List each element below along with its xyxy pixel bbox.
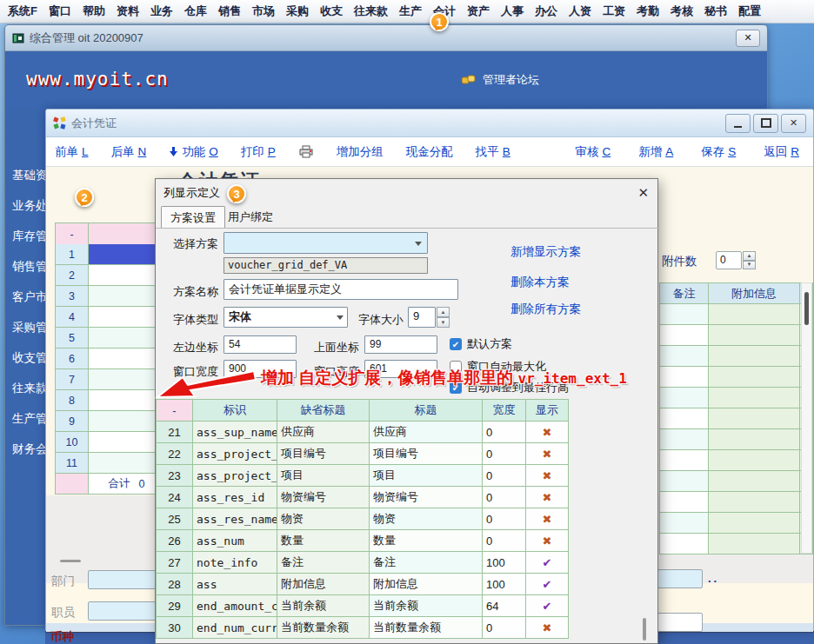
title-cell[interactable]: 项目编号 [370,443,483,465]
menu-item-17[interactable]: 工资 [603,3,625,19]
default-plan-checkbox[interactable]: ✔默认方案 [450,336,512,352]
title-cell[interactable]: 物资编号 [370,487,483,508]
top-coord-field[interactable]: 99 [364,335,437,354]
field-id-cell[interactable]: end_amount_curr [193,595,277,617]
right-text-field[interactable] [657,613,703,632]
dialog-close-icon[interactable]: ✕ [637,185,649,201]
voucher-titlebar[interactable]: 会计凭证 ✕ [46,110,813,137]
sidebar-item-6[interactable]: 收支管 [5,342,50,373]
step-down-icon[interactable]: ▼ [743,261,756,270]
grid-cell[interactable] [660,492,709,513]
grid-cell[interactable] [709,450,800,471]
grid-cell[interactable] [89,453,157,474]
main-window-titlebar[interactable]: 综合管理 oit 20200907 ✕ [5,25,767,51]
field-id-cell[interactable]: ass_res_name [193,508,277,530]
row-number[interactable]: 27 [157,552,193,574]
main-close-icon[interactable]: ✕ [736,30,760,47]
menu-item-18[interactable]: 考勤 [637,3,659,19]
row-number[interactable]: 28 [157,574,193,595]
width-cell[interactable]: 64 [483,595,526,617]
width-cell[interactable]: 0 [483,465,526,487]
field-id-cell[interactable]: note_info [193,552,277,574]
visible-cell[interactable]: ✖ [526,617,569,639]
grid-cell[interactable] [660,513,709,534]
menu-item-2[interactable]: 帮助 [83,3,105,19]
grid-cell[interactable] [709,471,800,492]
menu-item-5[interactable]: 仓库 [184,3,207,19]
width-cell[interactable]: 100 [483,574,526,595]
menu-item-9[interactable]: 收支 [320,3,343,19]
grid-cell[interactable] [709,367,800,388]
menu-item-19[interactable]: 考核 [671,3,693,19]
dept-field[interactable] [88,570,157,589]
toolbar-left-3[interactable]: 打印P [241,144,276,160]
sidebar-item-1[interactable]: 业务处 [5,190,50,221]
visible-cell[interactable]: ✔ [526,595,569,617]
grid-cell[interactable] [89,349,157,369]
default-title-cell[interactable]: 当前余额 [277,595,370,617]
staff-field[interactable] [88,601,157,621]
menu-item-1[interactable]: 窗口 [49,3,71,19]
default-title-cell[interactable]: 附加信息 [277,574,370,595]
step-up-icon[interactable]: ▲ [437,307,450,317]
menu-item-13[interactable]: 资产 [467,3,490,19]
field-id-cell[interactable]: end_num_curr [193,617,277,639]
grid-cell[interactable] [89,328,157,349]
attachment-count-stepper[interactable]: ▲▼ [743,251,756,269]
default-title-cell[interactable]: 供应商 [277,422,370,443]
title-cell[interactable]: 供应商 [370,422,483,443]
sidebar-item-3[interactable]: 销售管 [5,251,50,282]
row-number[interactable]: 25 [157,508,193,530]
grid-cell[interactable] [660,304,709,325]
grid-cell[interactable] [709,534,800,554]
toolbar-left-6[interactable]: 现金分配 [406,144,453,160]
table-scrollbar-thumb[interactable] [643,618,646,641]
menu-item-14[interactable]: 人事 [501,3,524,19]
grid-cell[interactable] [89,390,157,411]
attachment-count-field[interactable]: 0 [716,251,742,269]
grid-cell[interactable] [89,411,157,432]
row-number[interactable]: 30 [157,617,193,639]
toolbar-right-0[interactable]: 审核C [575,144,610,160]
font-type-select[interactable]: 宋体 [224,307,348,328]
font-size-field[interactable]: 9 [408,307,436,328]
grid-cell[interactable] [89,265,157,286]
step-up-icon[interactable]: ▲ [743,251,756,261]
sidebar-item-5[interactable]: 采购管 [5,312,50,342]
title-cell[interactable]: 物资 [370,508,483,530]
delete-all-plans-link[interactable]: 删除所有方案 [510,302,581,317]
grid-cell[interactable] [660,325,709,346]
grid-cell[interactable] [709,304,800,325]
visible-cell[interactable]: ✔ [526,574,569,595]
title-cell[interactable]: 当前余额 [370,595,483,617]
title-cell[interactable]: 备注 [370,552,483,574]
add-plan-link[interactable]: 新增显示方案 [510,244,581,260]
row-number[interactable]: 29 [157,595,193,617]
visible-cell[interactable]: ✖ [526,530,569,552]
menu-item-7[interactable]: 市场 [252,3,275,19]
menu-item-20[interactable]: 秘书 [704,3,727,19]
close-icon[interactable]: ✕ [781,114,806,133]
toolbar-left-1[interactable]: 后单N [111,144,147,160]
visible-cell[interactable]: ✖ [526,465,569,487]
default-title-cell[interactable]: 项目编号 [277,443,370,465]
row-number[interactable]: 21 [157,422,193,443]
grid-cell[interactable] [660,534,709,554]
field-id-cell[interactable]: ass_project_name [193,465,277,487]
row-number[interactable]: 22 [157,443,193,465]
right-grid-scrollbar[interactable] [801,282,812,554]
sidebar-item-2[interactable]: 库存管 [5,221,50,251]
default-title-cell[interactable]: 物资编号 [277,487,370,508]
visible-cell[interactable]: ✖ [526,443,569,465]
width-cell[interactable]: 0 [483,422,526,443]
menu-item-0[interactable]: 系统F [8,3,37,19]
visible-cell[interactable]: ✖ [526,422,569,443]
default-title-cell[interactable]: 物资 [277,508,370,530]
default-title-cell[interactable]: 数量 [277,530,370,552]
tab-user-binding[interactable]: 用户绑定 [219,206,282,228]
sidebar-item-8[interactable]: 生产管 [5,403,50,434]
visible-cell[interactable]: ✖ [526,508,569,530]
grid-cell[interactable] [709,429,800,450]
grid-cell[interactable] [660,346,709,367]
default-title-cell[interactable]: 当前数量余额 [277,617,370,639]
